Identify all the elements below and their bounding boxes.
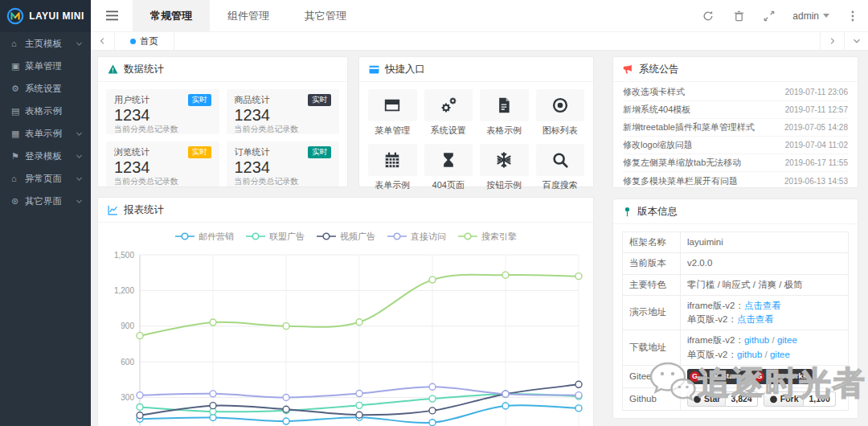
sidebar-item-system-settings[interactable]: ⚙ 系统设置 xyxy=(0,77,91,100)
github-star-count[interactable]: 3,824 xyxy=(726,391,757,408)
table-row: 当前版本 v2.0.0 xyxy=(623,253,849,274)
announcement-item[interactable]: 新增系统404模板 2019-07-11 12:57 xyxy=(623,101,848,119)
sidebar-item-home-template[interactable]: ⌂ 主页模板 xyxy=(0,32,91,55)
github-fork-count[interactable]: 1,100 xyxy=(804,391,835,408)
demo-iframe-link[interactable]: 点击查看 xyxy=(744,301,781,310)
github-fork-button[interactable]: Fork xyxy=(764,391,805,408)
github-star-button[interactable]: Star xyxy=(687,391,726,408)
map-pin-icon xyxy=(623,207,632,217)
announcement-item[interactable]: 新增treetable插件和菜单管理样式 2019-07-05 14:28 xyxy=(623,119,848,137)
stat-caption: 当前分类总记录数 xyxy=(114,176,211,187)
table-row: Gitee G 4.6K Stars G 1.5K Forks xyxy=(623,365,849,387)
sidebar-item-table-demo[interactable]: ▤ 表格示例 xyxy=(0,100,91,122)
module-tab-general[interactable]: 常规管理 xyxy=(133,0,210,31)
chevron-down-icon xyxy=(853,37,861,45)
quick-entry-system-settings[interactable]: 系统设置 xyxy=(424,89,473,137)
status-badge: 实时 xyxy=(188,94,211,105)
stat-card-views[interactable]: 浏览统计 实时 1234 当前分类总记录数 xyxy=(106,141,219,186)
tab-scroll-right-button[interactable] xyxy=(820,32,844,50)
module-tab-components[interactable]: 组件管理 xyxy=(210,0,287,31)
stat-caption: 当前分类总记录数 xyxy=(114,124,211,135)
panel-title: 系统公告 xyxy=(639,63,679,76)
legend-item[interactable]: 邮件营销 xyxy=(174,231,234,243)
report-stats-panel: 报表统计 邮件营销联盟广告视频广告直接访问搜索引擎 03006009001,20… xyxy=(97,197,594,426)
stat-title: 浏览统计 xyxy=(114,146,149,158)
gitee-logo-icon: G xyxy=(690,371,700,382)
quick-entry-baidu-search[interactable]: 百度搜索 xyxy=(536,144,585,191)
quick-entry-form-demo[interactable]: 表单示例 xyxy=(368,144,417,191)
tab-dropdown-button[interactable] xyxy=(844,32,868,50)
legend-item[interactable]: 视频广告 xyxy=(316,231,375,243)
svg-text:1,200: 1,200 xyxy=(114,286,134,295)
sidebar-item-login-template[interactable]: ⚑ 登录模板 xyxy=(0,145,91,167)
stat-card-orders[interactable]: 订单统计 实时 1234 当前分类总记录数 xyxy=(227,141,340,186)
sidebar-item-label: 系统设置 xyxy=(25,83,83,95)
quick-entry-button-demo[interactable]: 按钮示例 xyxy=(480,144,529,191)
panel-title: 报表统计 xyxy=(124,203,164,217)
legend-marker-icon xyxy=(174,232,195,240)
search-icon xyxy=(551,151,569,169)
quick-entry-table-demo[interactable]: 表格示例 xyxy=(480,89,529,137)
sidebar: LAYUI MINI ⌂ 主页模板 ▣ 菜单管理 ⚙ 系统设置 ▤ 表格示例 ▦… xyxy=(0,0,91,426)
gitee-stars-badge[interactable]: G 4.6K Stars xyxy=(687,369,746,383)
refresh-button[interactable] xyxy=(693,0,723,32)
bullhorn-icon xyxy=(623,64,633,74)
file-icon xyxy=(496,96,512,114)
legend-item[interactable]: 联盟广告 xyxy=(245,231,305,243)
download-gitee-link[interactable]: gitee xyxy=(770,350,790,359)
gitee-forks-badge[interactable]: G 1.5K Forks xyxy=(751,369,813,383)
stat-value: 1234 xyxy=(114,106,211,124)
sidebar-item-error-pages[interactable]: ⌂ 异常页面 xyxy=(0,167,91,190)
announcement-item[interactable]: 修复左侧菜单缩放tab无法移动 2019-06-17 11:55 xyxy=(623,154,848,172)
sidebar-item-label: 主页模板 xyxy=(25,38,76,50)
stat-card-users[interactable]: 用户统计 实时 1234 当前分类总记录数 xyxy=(106,89,219,134)
hamburger-icon xyxy=(106,10,118,21)
quick-entry-menu-management[interactable]: 菜单管理 xyxy=(368,89,417,137)
sidebar-item-form-demo[interactable]: ▦ 表单示例 xyxy=(0,122,91,145)
sidebar-item-menu-management[interactable]: ▣ 菜单管理 xyxy=(0,55,91,77)
download-gitee-link[interactable]: gitee xyxy=(777,335,797,345)
home-icon: ⌂ xyxy=(11,39,25,48)
layui-logo-icon xyxy=(6,7,24,25)
demo-spa-link[interactable]: 点击查看 xyxy=(737,314,774,324)
tab-home[interactable]: 首页 xyxy=(115,32,174,50)
top-header: 常规管理 组件管理 其它管理 xyxy=(91,0,868,32)
status-badge: 实时 xyxy=(308,94,331,105)
sidebar-item-other-ui[interactable]: ⊛ 其它界面 xyxy=(0,190,91,212)
sidebar-item-label: 表单示例 xyxy=(25,128,76,140)
tab-scroll-left-button[interactable] xyxy=(91,32,115,50)
quick-entry-404-page[interactable]: 404页面 xyxy=(424,144,473,191)
collapse-sidebar-button[interactable] xyxy=(91,0,133,31)
quick-entry-panel: 快捷入口 菜单管理 xyxy=(358,56,594,187)
sidebar-item-label: 其它界面 xyxy=(25,195,76,207)
download-github-link[interactable]: github xyxy=(737,350,762,359)
module-tab-other[interactable]: 其它管理 xyxy=(287,0,364,31)
legend-item[interactable]: 搜索引擎 xyxy=(457,231,517,243)
sidebar-item-label: 登录模板 xyxy=(25,150,76,162)
svg-text:600: 600 xyxy=(121,358,134,367)
clear-cache-button[interactable] xyxy=(723,0,754,32)
legend-marker-icon xyxy=(387,232,407,240)
announcement-item[interactable]: 修复多模块菜单栏展开有问题 2019-06-13 14:53 xyxy=(623,172,848,190)
stat-title: 商品统计 xyxy=(235,94,270,106)
quick-entry-icon-list[interactable]: 图标列表 xyxy=(536,89,585,137)
refresh-icon xyxy=(702,10,714,22)
sidebar-item-label: 菜单管理 xyxy=(25,60,83,72)
stat-caption: 当前分类总记录数 xyxy=(235,124,332,135)
table-row: 演示地址 iframe版-v2：点击查看 单页版-v2：点击查看 xyxy=(623,295,849,330)
report-chart-svg[interactable]: 03006009001,2001,500 xyxy=(103,247,588,426)
announcement-item[interactable]: 修改logo缩放问题 2019-07-04 11:02 xyxy=(623,137,848,154)
user-dropdown[interactable]: admin xyxy=(784,10,837,22)
more-menu-button[interactable] xyxy=(837,0,868,32)
announcement-item[interactable]: 修改选项卡样式 2019-07-11 23:06 xyxy=(623,84,848,101)
fullscreen-button[interactable] xyxy=(754,0,784,32)
stat-card-products[interactable]: 商品统计 实时 1234 当前分类总记录数 xyxy=(227,89,340,134)
svg-text:900: 900 xyxy=(121,322,134,330)
app-logo[interactable]: LAYUI MINI xyxy=(0,0,91,32)
legend-item[interactable]: 直接访问 xyxy=(387,231,446,243)
tab-bar: 首页 xyxy=(91,32,868,51)
download-github-link[interactable]: github xyxy=(744,335,769,345)
stat-value: 1234 xyxy=(235,158,332,176)
table-row: 主要特色 零门槛 / 响应式 / 清爽 / 极简 xyxy=(623,274,849,295)
more-vertical-icon xyxy=(851,10,854,22)
